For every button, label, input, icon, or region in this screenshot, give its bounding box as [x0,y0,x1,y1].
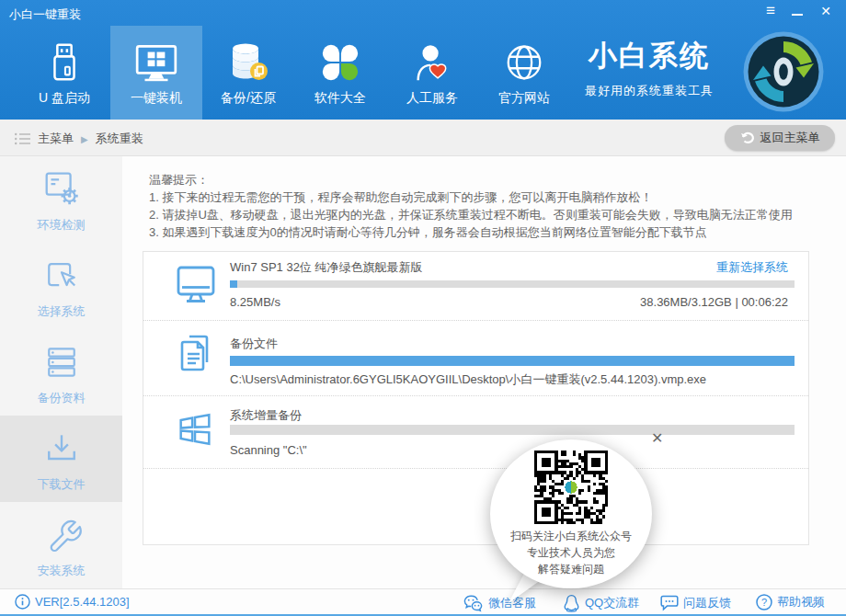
clover-apps-icon [294,39,386,86]
qr-code [534,451,608,524]
back-to-main-menu-button[interactable]: 返回主菜单 [725,125,835,151]
env-check-icon [0,156,122,210]
backup-progress-bar [230,356,795,366]
monitor-install-icon [110,39,202,86]
monitor-icon [174,263,218,310]
tips-line: 3. 如果遇到下载速度为0的情况时请耐心等待几分钟，服务器会自动根据您当前网络位… [149,223,793,241]
qr-popup-close-icon[interactable]: ✕ [651,429,663,447]
incremental-backup-status: Scanning "C:\" [230,443,307,457]
breadcrumb-root[interactable]: 主菜单 [38,131,74,147]
brand-slogan: 最好用的系统重装工具 [563,83,736,99]
sidebar-item-install-system[interactable]: 安装系统 [0,502,122,588]
qr-popup-text: 扫码关注小白系统公众号 专业技术人员为您 解答疑难问题 [490,528,652,577]
incremental-backup-section: 系统增量备份 Scanning "C:\" [143,397,808,469]
tips-line: 2. 请拔掉U盘、移动硬盘，退出光驱内的光盘，并保证系统重装过程不断电。否则重装… [149,206,793,223]
usb-icon [18,39,110,86]
backup-file-section: 备份文件 C:\Users\Administrator.6GYGLI5KAOYG… [143,322,808,396]
globe-icon [478,39,570,86]
sidebar-item-download-files[interactable]: 下载文件 [0,416,122,502]
install-system-icon [0,502,122,555]
backup-file-title: 备份文件 [230,336,278,352]
nav-software-collection[interactable]: 软件大全 [294,26,386,120]
info-icon [15,594,30,610]
windows-icon [174,408,216,453]
brand: 小白系统 最好用的系统重装工具 [563,37,736,99]
question-icon: ? [756,594,772,610]
help-video-link[interactable]: ? 帮助视频 [756,594,825,610]
documents-icon [174,331,218,380]
qq-icon [563,594,580,612]
incremental-progress-bar [230,425,795,435]
sidebar-item-backup-data[interactable]: 备份资料 [0,329,122,416]
nav-official-site[interactable]: 官方网站 [478,26,570,120]
download-progress-bar [230,280,795,288]
tips: 温馨提示： 1. 接下来的过程无需您的干预，程序会帮助您自动完成剩下的步骤，您可… [149,171,793,241]
reselect-system-link[interactable]: 重新选择系统 [716,259,788,276]
sidebar-item-env-check[interactable]: 环境检测 [0,156,122,243]
person-heart-icon [386,39,478,86]
menu-icon[interactable]: ≡ [761,2,780,20]
main-content: 温馨提示： 1. 接下来的过程无需您的干预，程序会帮助您自动完成剩下的步骤，您可… [122,156,846,588]
window-title: 小白一键重装 [9,6,81,23]
breadcrumb-separator-icon: ▶ [81,134,88,144]
sidebar: 环境检测 选择系统 备份资料 [0,156,122,588]
breadcrumb-current: 系统重装 [96,131,143,147]
download-speed: 8.25MB/s [230,295,280,309]
feedback-icon [660,594,679,611]
nav-human-service[interactable]: 人工服务 [386,26,478,120]
feedback-link[interactable]: 问题反馈 [660,594,731,611]
version-info: VER[2.5.44.1203] [15,594,130,610]
backup-data-icon [0,329,122,382]
qq-group-link[interactable]: QQ交流群 [563,594,639,612]
status-bar: VER[2.5.44.1203] 微信客服 QQ交流群 问题反馈 [0,588,846,616]
sidebar-item-select-system[interactable]: 选择系统 [0,243,122,329]
tips-line: 1. 接下来的过程无需您的干预，程序会帮助您自动完成剩下的步骤，您可以离开电脑稍… [149,188,793,206]
nav-usb-boot[interactable]: U 盘启动 [18,26,110,120]
tips-title: 温馨提示： [149,171,793,188]
select-system-icon [0,243,122,296]
download-icon [0,416,122,469]
nav-backup-restore[interactable]: 备份/还原 [202,26,294,120]
backup-file-path: C:\Users\Administrator.6GYGLI5KAOYGIIL\D… [230,371,706,388]
undo-arrow-icon [740,131,755,144]
progress-panel: Win7 SP1 32位 纯净绿色旗舰最新版 重新选择系统 8.25MB/s 3… [143,251,809,545]
brand-name: 小白系统 [563,37,736,75]
close-icon[interactable]: ✕ [817,4,835,18]
database-icon [202,39,294,86]
svg-text:?: ? [761,597,767,608]
qr-popup: 扫码关注小白系统公众号 专业技术人员为您 解答疑难问题 [490,439,652,588]
incremental-backup-title: 系统增量备份 [230,407,302,424]
breadcrumb-bar: 主菜单 ▶ 系统重装 返回主菜单 [0,120,846,156]
header: 小白一键重装 ≡ ✕ U 盘启动 一键装机 [0,0,846,120]
download-title: Win7 SP1 32位 纯净绿色旗舰最新版 [230,259,423,276]
wechat-icon [463,594,484,612]
minimize-icon[interactable] [792,14,803,16]
download-progress-text: 38.36MB/3.12GB | 00:06:22 [640,295,788,309]
breadcrumb: 主菜单 ▶ 系统重装 [15,131,143,147]
nav-one-key-install[interactable]: 一键装机 [110,26,202,120]
download-section: Win7 SP1 32位 纯净绿色旗舰最新版 重新选择系统 8.25MB/s 3… [143,252,808,321]
list-icon [15,132,30,145]
app-logo [741,29,826,117]
titlebar: 小白一键重装 ≡ ✕ [0,0,846,26]
